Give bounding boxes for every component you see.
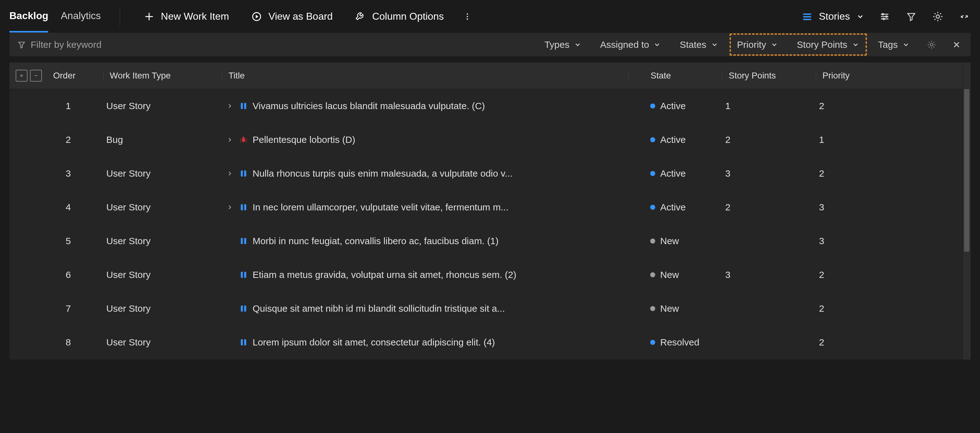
play-circle-icon <box>251 11 262 22</box>
state-text: Resolved <box>660 337 699 348</box>
table-row[interactable]: 3User StoryNulla rhoncus turpis quis eni… <box>10 157 963 190</box>
column-options-button[interactable]: Column Options <box>350 8 448 25</box>
col-priority[interactable]: Priority <box>816 71 910 81</box>
filter-story-points[interactable]: Story Points <box>794 38 862 52</box>
clear-filters-button[interactable] <box>950 38 963 51</box>
settings-button[interactable] <box>932 10 944 23</box>
state-text: Active <box>660 168 686 179</box>
wrench-icon <box>355 11 366 22</box>
filter-states[interactable]: States <box>676 38 721 52</box>
cell-state: New <box>628 236 722 246</box>
table-row[interactable]: 5User StoryMorbi in nunc feugiat, conval… <box>10 224 963 258</box>
backlog-level-selector[interactable]: Stories <box>802 11 864 22</box>
cell-title[interactable]: Pellentesque lobortis (D) <box>222 134 628 145</box>
cell-type: User Story <box>103 101 222 111</box>
cell-order: 2 <box>50 134 103 145</box>
cell-order: 6 <box>50 269 103 280</box>
cell-type: User Story <box>103 337 222 348</box>
tab-analytics[interactable]: Analytics <box>60 1 101 32</box>
collapse-icon <box>959 11 970 22</box>
state-indicator-icon <box>650 272 655 277</box>
title-text: Quisque sit amet nibh id mi blandit soll… <box>253 303 505 314</box>
col-title[interactable]: Title <box>222 71 628 81</box>
table-row[interactable]: 1User StoryVivamus ultricies lacus bland… <box>10 89 963 123</box>
filter-tags-label: Tags <box>878 40 898 50</box>
collapse-all-button[interactable] <box>30 70 42 81</box>
chevron-down-icon <box>574 41 581 48</box>
cell-story-points: 3 <box>722 168 816 179</box>
expand-all-button[interactable] <box>16 70 27 81</box>
grid-header: Order Work Item Type Title State Story P… <box>10 62 963 89</box>
state-text: Active <box>660 134 686 145</box>
right-tools: Stories <box>802 10 970 23</box>
table-row[interactable]: 7User StoryQuisque sit amet nibh id mi b… <box>10 292 963 325</box>
cell-state: Active <box>628 134 722 145</box>
fullscreen-toggle-button[interactable] <box>958 10 970 23</box>
filter-types[interactable]: Types <box>541 38 585 52</box>
col-state[interactable]: State <box>628 71 722 81</box>
col-story-points[interactable]: Story Points <box>722 71 816 81</box>
filter-tags[interactable]: Tags <box>875 38 913 52</box>
cell-title[interactable]: Quisque sit amet nibh id mi blandit soll… <box>222 303 628 314</box>
chevron-down-icon <box>852 41 859 48</box>
user-story-icon <box>239 202 248 212</box>
cell-order: 5 <box>50 236 103 246</box>
expand-chevron-icon[interactable] <box>225 170 234 177</box>
view-options-button[interactable] <box>878 10 891 23</box>
more-actions-button[interactable] <box>461 10 474 23</box>
new-work-item-label: New Work Item <box>161 11 229 22</box>
state-text: Active <box>660 202 686 213</box>
cell-priority: 2 <box>816 101 910 111</box>
state-indicator-icon <box>650 205 655 210</box>
cell-title[interactable]: Vivamus ultricies lacus blandit malesuad… <box>222 101 628 111</box>
state-text: Active <box>660 101 686 111</box>
cell-state: Active <box>628 202 722 213</box>
chevron-down-icon <box>856 13 864 21</box>
cell-story-points: 1 <box>722 101 816 111</box>
column-options-label: Column Options <box>372 11 444 22</box>
cell-story-points: 2 <box>722 202 816 213</box>
col-order[interactable]: Order <box>50 71 103 81</box>
filter-settings-button[interactable] <box>925 38 938 51</box>
filter-toggle-button[interactable] <box>905 10 918 23</box>
cell-order: 4 <box>50 202 103 213</box>
new-work-item-button[interactable]: New Work Item <box>139 8 234 25</box>
state-indicator-icon <box>650 340 655 345</box>
col-work-item-type[interactable]: Work Item Type <box>103 71 222 81</box>
view-as-board-button[interactable]: View as Board <box>246 8 337 25</box>
filter-priority-label: Priority <box>737 40 766 50</box>
expand-chevron-icon[interactable] <box>225 136 234 143</box>
vertical-scrollbar[interactable] <box>963 62 970 360</box>
state-indicator-icon <box>650 306 655 311</box>
minus-icon <box>32 72 40 80</box>
filter-assigned-to-label: Assigned to <box>600 40 649 50</box>
state-indicator-icon <box>650 137 655 142</box>
expand-chevron-icon[interactable] <box>225 103 234 110</box>
cell-title[interactable]: Morbi in nunc feugiat, convallis libero … <box>222 236 628 246</box>
cell-order: 7 <box>50 303 103 314</box>
table-row[interactable]: 2BugPellentesque lobortis (D)Active21 <box>10 123 963 157</box>
tab-backlog[interactable]: Backlog <box>10 1 48 32</box>
table-row[interactable]: 6User StoryEtiam a metus gravida, volutp… <box>10 258 963 292</box>
filter-input-wrap <box>17 40 186 50</box>
cell-priority: 2 <box>816 303 910 314</box>
table-row[interactable]: 4User StoryIn nec lorem ullamcorper, vul… <box>10 190 963 224</box>
filter-bar: Types Assigned to States Priority Story … <box>10 33 970 56</box>
expand-chevron-icon[interactable] <box>225 204 234 211</box>
grid-body: 1User StoryVivamus ultricies lacus bland… <box>10 89 963 359</box>
cell-title[interactable]: Nulla rhoncus turpis quis enim malesuada… <box>222 168 628 179</box>
filter-keyword-input[interactable] <box>31 40 171 50</box>
filter-priority[interactable]: Priority <box>734 38 781 52</box>
table-row[interactable]: 8User StoryLorem ipsum dolor sit amet, c… <box>10 325 963 359</box>
chevron-down-icon <box>770 41 778 48</box>
cell-title[interactable]: Lorem ipsum dolor sit amet, consectetur … <box>222 337 628 348</box>
cell-state: Active <box>628 101 722 111</box>
cell-title[interactable]: Etiam a metus gravida, volutpat urna sit… <box>222 269 628 280</box>
filter-assigned-to[interactable]: Assigned to <box>597 38 664 52</box>
cell-title[interactable]: In nec lorem ullamcorper, vulputate veli… <box>222 202 628 213</box>
scroll-thumb[interactable] <box>964 89 969 252</box>
cell-priority: 2 <box>816 269 910 280</box>
divider <box>120 7 120 26</box>
backlog-grid: Order Work Item Type Title State Story P… <box>10 62 970 360</box>
dots-vertical-icon <box>463 12 472 21</box>
